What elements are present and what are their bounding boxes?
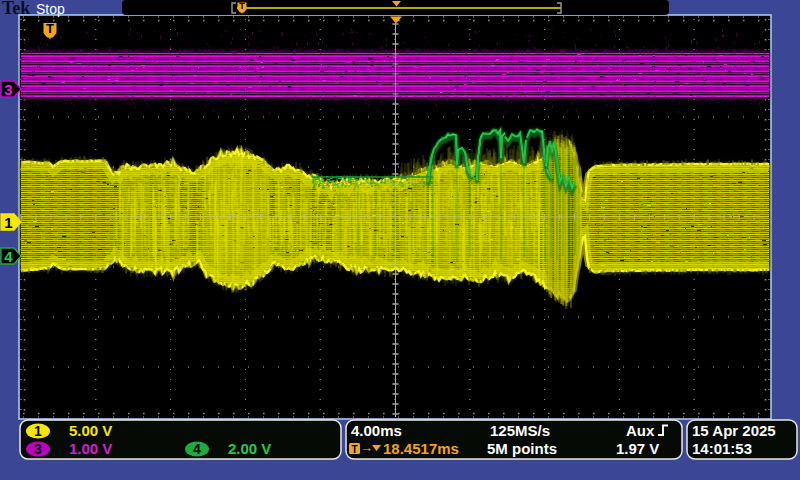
svg-text:T: T [239,1,245,11]
svg-text:4: 4 [4,248,13,265]
svg-text:1: 1 [4,214,12,231]
svg-text:T: T [351,444,357,455]
svg-text:T: T [46,21,54,36]
svg-text:14:01:53: 14:01:53 [692,440,752,457]
svg-text:125MS/s: 125MS/s [490,422,550,439]
svg-text:3: 3 [34,441,42,457]
svg-text:Aux: Aux [626,422,655,439]
svg-text:1: 1 [34,423,42,439]
svg-text:4.00ms: 4.00ms [351,422,402,439]
svg-text:1.00 V: 1.00 V [69,440,112,457]
svg-text:Stop: Stop [36,1,65,17]
svg-text:4: 4 [193,441,201,457]
svg-text:1.97 V: 1.97 V [616,440,659,457]
svg-text:2.00 V: 2.00 V [228,440,271,457]
svg-text:5.00 V: 5.00 V [69,422,112,439]
svg-text:18.4517ms: 18.4517ms [383,440,459,457]
svg-text:Tek: Tek [2,0,30,18]
svg-text:3: 3 [4,81,12,98]
svg-text:→: → [360,440,373,455]
svg-text:5M points: 5M points [487,440,557,457]
svg-text:15 Apr 2025: 15 Apr 2025 [692,422,776,439]
